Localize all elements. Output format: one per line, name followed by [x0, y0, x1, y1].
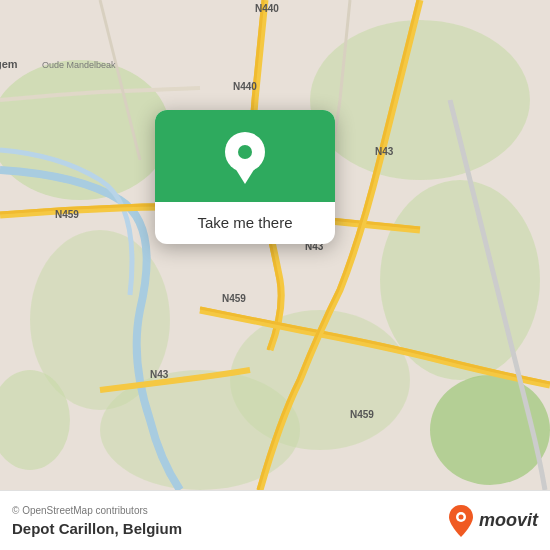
pin-tail: [235, 168, 255, 184]
popup-card-body[interactable]: Take me there: [155, 202, 335, 244]
take-me-there-button[interactable]: Take me there: [197, 214, 292, 231]
moovit-brand-text: moovit: [479, 510, 538, 531]
map-container: N440 N440 N459 N43 N43 N459 N43 N459 Oud…: [0, 0, 550, 490]
popup-card: Take me there: [155, 110, 335, 244]
popup-card-header: [155, 110, 335, 202]
pin-circle: [225, 132, 265, 172]
map-pin-icon: [222, 132, 268, 184]
moovit-logo: moovit: [447, 505, 538, 537]
bottom-bar: © OpenStreetMap contributors Depot Caril…: [0, 490, 550, 550]
pin-inner: [238, 145, 252, 159]
svg-point-21: [458, 514, 463, 519]
moovit-logo-icon: [447, 505, 475, 537]
map-background: [0, 0, 550, 490]
